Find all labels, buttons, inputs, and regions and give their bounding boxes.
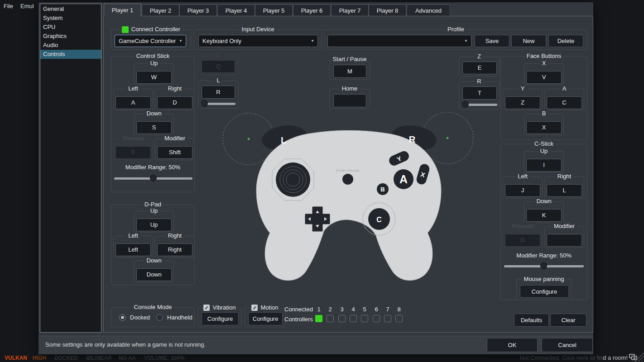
controller-type-value: GameCube Controller: [119, 38, 176, 44]
tab-player-1[interactable]: Player 1: [104, 4, 141, 16]
defaults-button[interactable]: Defaults: [514, 314, 549, 327]
dpad-right-group: Right Right: [155, 236, 195, 257]
clear-button[interactable]: Clear: [550, 314, 586, 327]
ok-button[interactable]: OK: [487, 338, 538, 352]
cancel-button[interactable]: Cancel: [542, 338, 593, 352]
tab-player-7[interactable]: Player 7: [331, 5, 369, 16]
dropdown-arrow-icon: ▼: [311, 35, 314, 47]
control-stick-up-group: Up W: [134, 63, 174, 85]
dpad-right-button[interactable]: Right: [157, 243, 192, 256]
c-stick-right-button[interactable]: L: [547, 184, 582, 197]
control-stick-right-button[interactable]: D: [157, 96, 192, 109]
right-trigger-button[interactable]: T: [462, 86, 497, 100]
tab-player-2[interactable]: Player 2: [142, 5, 179, 16]
slider-handle[interactable]: [540, 262, 547, 269]
status-vulkan[interactable]: VULKAN: [5, 355, 27, 361]
c-stick-modifier-button[interactable]: [547, 234, 582, 247]
sidebar-item-graphics[interactable]: Graphics: [40, 32, 101, 41]
controller-2-checkbox[interactable]: [327, 315, 334, 322]
control-stick-down-button[interactable]: S: [136, 121, 172, 134]
menu-file[interactable]: File: [4, 3, 13, 10]
dpad-up-group: Up Up: [134, 211, 174, 233]
controller-body: [256, 130, 441, 280]
home-button[interactable]: [333, 94, 366, 107]
connected-controllers-label-2: Controllers: [284, 316, 313, 323]
sidebar-item-cpu[interactable]: CPU: [40, 23, 101, 32]
status-docked[interactable]: DOCKED: [54, 355, 78, 361]
tab-advanced[interactable]: Advanced: [407, 5, 450, 16]
dpad-left-group: Left Left: [113, 236, 153, 257]
vibration-configure-button[interactable]: Configure: [202, 312, 239, 325]
c-stick-left-button[interactable]: J: [505, 184, 540, 197]
controller-6-checkbox[interactable]: [373, 315, 380, 322]
slider-handle[interactable]: [462, 101, 469, 108]
sidebar-item-audio[interactable]: Audio: [40, 41, 101, 50]
controller-3-checkbox[interactable]: [338, 315, 346, 322]
left-trigger-slider[interactable]: [201, 100, 235, 107]
motion-configure-button[interactable]: Configure: [248, 312, 283, 325]
control-stick-modifier-button[interactable]: Shift: [157, 146, 192, 159]
input-device-value: Keyboard Only: [202, 38, 241, 44]
right-trigger-slider[interactable]: [462, 101, 497, 108]
sidebar-item-system[interactable]: System: [40, 14, 101, 23]
sidebar-item-general[interactable]: General: [40, 5, 101, 14]
tab-player-5[interactable]: Player 5: [255, 5, 293, 16]
face-x-button[interactable]: V: [526, 71, 562, 84]
dpad-down-button[interactable]: Down: [136, 268, 172, 281]
handheld-label[interactable]: Handheld: [167, 314, 192, 321]
control-stick-up-button[interactable]: W: [136, 71, 172, 84]
docked-label[interactable]: Docked: [130, 314, 150, 321]
status-bilinear[interactable]: BILINEAR: [86, 355, 112, 361]
control-stick-left-button[interactable]: A: [115, 96, 151, 109]
c-stick-up-group: Up I: [524, 151, 564, 173]
tab-player-8[interactable]: Player 8: [369, 5, 406, 16]
dpad-left-button[interactable]: Left: [115, 243, 151, 256]
c-stick-up-button[interactable]: I: [526, 159, 562, 171]
handheld-radio[interactable]: [156, 314, 163, 321]
l-shoulder-label: L: [281, 135, 286, 145]
z-button[interactable]: E: [462, 62, 497, 74]
face-b-button[interactable]: X: [526, 121, 562, 134]
face-y-button[interactable]: Z: [505, 96, 540, 109]
c-stick-down-button[interactable]: K: [526, 209, 562, 222]
docked-radio[interactable]: [119, 314, 126, 321]
slider-handle[interactable]: [150, 175, 157, 181]
face-a-button[interactable]: C: [547, 96, 582, 109]
menu-emulation[interactable]: Emul: [20, 3, 34, 10]
profile-save-button[interactable]: Save: [475, 35, 509, 47]
status-volume-100-[interactable]: VOLUME: 100%: [144, 355, 184, 361]
controller-1-checkbox[interactable]: [315, 315, 322, 322]
configure-dialog: GeneralSystemCPUGraphicsAudioControls Pl…: [38, 2, 593, 354]
tab-player-3[interactable]: Player 3: [179, 5, 217, 16]
control-stick-pressed-group: Pressed F: [113, 138, 153, 160]
profile-select[interactable]: ▼: [327, 35, 471, 47]
c-stick-pressed-button[interactable]: G: [505, 234, 540, 247]
input-device-select[interactable]: Keyboard Only ▼: [198, 35, 318, 47]
left-trigger-button[interactable]: R: [202, 86, 235, 99]
tab-player-6[interactable]: Player 6: [293, 5, 331, 16]
controller-number-4: 4: [350, 306, 357, 313]
face-a-group: A C: [544, 89, 584, 110]
dpad-up-button[interactable]: Up: [136, 219, 172, 231]
controller-5-checkbox[interactable]: [361, 315, 368, 322]
controller-type-select[interactable]: GameCube Controller ▼: [115, 35, 186, 47]
left-bumper-button[interactable]: Q: [202, 60, 235, 73]
tab-player-4[interactable]: Player 4: [217, 5, 255, 16]
controller-7-checkbox[interactable]: [384, 315, 391, 322]
control-stick-pressed-button[interactable]: F: [115, 146, 151, 159]
profile-new-button[interactable]: New: [511, 35, 546, 47]
status-no-aa[interactable]: NO AA: [119, 355, 136, 361]
controller-4-checkbox[interactable]: [350, 315, 357, 322]
c-stick-modifier-range-slider[interactable]: [504, 262, 584, 270]
controller-8-checkbox[interactable]: [395, 315, 403, 322]
profile-delete-button[interactable]: Delete: [548, 35, 583, 47]
c-stick-modifier-range-label: Modifier Range: 50%: [500, 252, 587, 259]
controller-number-8: 8: [395, 306, 403, 313]
status-high[interactable]: HIGH: [33, 355, 46, 361]
sidebar-item-controls[interactable]: Controls: [40, 50, 101, 59]
slider-handle[interactable]: [201, 100, 208, 107]
room-status-link[interactable]: Not Connected. Click here to find a room…: [520, 354, 628, 361]
control-stick-modifier-range-slider[interactable]: [114, 175, 192, 182]
mouse-panning-configure-button[interactable]: Configure: [520, 285, 569, 298]
start-pause-button[interactable]: M: [333, 65, 366, 78]
